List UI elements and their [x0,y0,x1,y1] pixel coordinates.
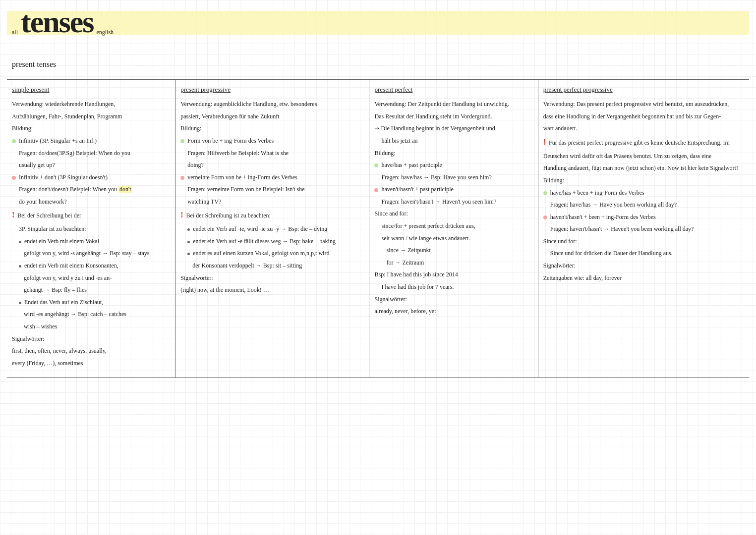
column-0: simple presentVerwendung: wiederkehrende… [7,80,175,377]
note-line: Bildung: [180,124,364,133]
note-line: haven't/hasn't + past participle [374,185,532,194]
note-line: Bsp: I have had this job since 2014 [374,270,532,279]
section-heading: present tenses [12,58,56,71]
note-line: Fragen: Hilfsverb be Beispiel: What is s… [187,149,364,158]
note-line: Fragen: do/does(3P.Sg) Beispiel: When do… [19,149,170,158]
note-line: wird -es angehängt → Bsp: catch – catche… [24,310,170,319]
note-line: gefolgt von y, wird -s angehängt → Bsp: … [24,249,170,258]
header-pre: all [12,28,18,37]
note-line: have/has + been + ing-Form des Verbes [543,188,744,198]
note-line: Bildung: [12,124,170,133]
note-line: Aufzählungen, Fahr-, Stundenplan, Progra… [12,112,170,121]
column-title: simple present [12,85,170,95]
note-line: Bei der Schreibung bei der [12,209,170,221]
note-line: hält bis jetzt an [381,136,532,146]
note-line: Signalwörter: [180,273,364,283]
note-line: Infinitiv (3P. Singular +s an Inf.) [12,136,170,146]
note-line: Fragen: haven't/hasn't → Haven't you see… [381,197,532,207]
note-line: watching TV? [187,197,364,207]
note-line: Signalwörter: [543,261,744,270]
note-line: Handlung andauert, fügt man now (jetzt s… [543,163,744,173]
column-title: present perfect [374,85,532,95]
note-line: endet ein Verb auf -ie, wird -ie zu -y →… [187,224,364,234]
note-line: Fragen: have/has → Have you been working… [550,200,744,210]
note-line: Infinitiv + don't (3P Singular doesn't) [12,173,170,182]
page-title: tenses [21,0,93,46]
note-line: gehängt → Bsp: fly – flies [24,285,170,295]
note-line: usually get up? [19,160,170,170]
header-post: english [96,28,114,37]
note-line: Das Resultat der Handlung steht im Vorde… [374,112,532,121]
note-line: ⇒ Die Handlung beginnt in der Vergangenh… [374,124,532,133]
column-2: present perfectVerwendung: Der Zeitpunkt… [369,80,538,377]
column-title: present progressive [180,85,364,95]
note-line: Since und for: [543,237,744,246]
note-line: endet ein Verb mit einem Konsonanten, [19,261,170,270]
note-line: Fragen: have/has → Bsp: Have you seen hi… [381,173,532,182]
note-line: Deutschen wird dafür oft das Präsens ben… [543,152,744,161]
note-line: haven't/hasn't + been + ing-Form des Ver… [543,213,744,222]
note-line: endet es auf einen kurzen Vokal, gefolgt… [187,249,364,258]
column-title: present perfect progressive [543,85,744,95]
note-line: wart andauert. [543,124,744,133]
tenses-table: simple presentVerwendung: wiederkehrende… [7,79,749,378]
note-line: 3P. Singular ist zu beachten: [19,224,170,234]
column-3: present perfect progressiveVerwendung: D… [538,80,749,377]
note-line: Signalwörter: [374,295,532,304]
note-line: Für das present perfect progressive gibt… [543,136,744,149]
note-line: Bildung: [374,149,532,158]
note-line: first, then, often, never, always, usual… [12,346,170,356]
note-line: der Konsonant verdoppelt → Bsp: sit – si… [192,261,364,270]
note-line: (right) now, at the moment, Look! … [180,285,364,295]
note-line: Fragen: don't/doesn't Beispiel: When you… [19,185,170,194]
note-line: Since and for: [374,209,532,218]
note-line: endet ein Verb auf -e fällt dieses weg →… [187,237,364,246]
page-header: all tenses english [12,0,744,48]
note-line: verneinte Form von be + ing-Form des Ver… [180,173,364,182]
note-line: Since und for drücken die Dauer der Hand… [550,249,744,258]
note-line: Bildung: [543,176,744,185]
note-line: Verwendung: Das present perfect progress… [543,100,744,109]
note-line: Form von be + ing-Form des Verbes [180,136,364,146]
column-1: present progressiveVerwendung: augenblic… [175,80,369,377]
note-line: do your homework? [19,197,170,207]
note-line: seit wann / wie lange etwas andauert. [381,234,532,243]
note-line: passiert, Verabredungen für nahe Zukunft [180,112,364,121]
note-line: Fragen: verneinte Form von be Beispiel: … [187,185,364,194]
note-line: doing? [187,160,364,170]
note-line: wish – wishes [24,322,170,331]
note-line: every (Friday, …), sometimes [12,359,170,368]
note-line: gefolgt von y, wird y zu i und -es an- [24,273,170,283]
note-line: Verwendung: wiederkehrende Handlungen, [12,100,170,109]
note-line: I have had this job for 7 years. [381,282,532,292]
note-line: since → Zeitpunkt [386,246,532,255]
note-line: for → Zeitraum [386,258,532,268]
note-line: Endet das Verb auf ein Zischlaut, [19,298,170,307]
note-line: already, never, before, yet [374,307,532,316]
note-line: Zeitangaben wie: all day, forever [543,273,744,283]
highlighted-word: don't [118,186,132,193]
note-line: Bei der Schreibung ist zu beachten: [180,209,364,221]
note-line: endet ein Verb mit einem Vokal [19,237,170,246]
note-line: since/for + present perfect drücken aus, [381,221,532,231]
note-line: Verwendung: Der Zeitpunkt der Handlung i… [374,100,532,109]
note-line: dass eine Handlung in der Vergangenheit … [543,112,744,121]
note-line: Verwendung: augenblickliche Handlung, et… [180,100,364,109]
note-line: Fragen: haven't/hasn't → Haven't you bee… [550,224,744,234]
note-line: Signalwörter: [12,334,170,344]
note-line: have/has + past participle [374,160,532,170]
